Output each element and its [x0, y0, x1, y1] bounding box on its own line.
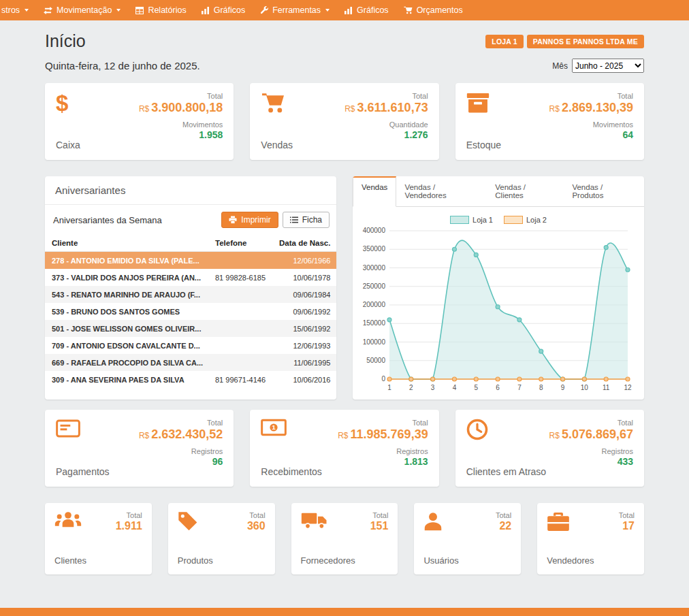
nav-item-relatorios[interactable]: Relatórios — [128, 0, 193, 20]
table-row[interactable]: 539 - BRUNO DOS SANTOS GOMES 09/06/1992 — [45, 303, 336, 320]
recebimentos-card: 1 Recebimentos Total R$11.985.769,39 Reg… — [250, 410, 438, 487]
tab-vendas-produtos[interactable]: Vendas / Produtos — [564, 176, 644, 206]
total-label: Total — [139, 92, 223, 100]
table-row[interactable]: 278 - ANTONIO EMIDIO DA SILVA (PALE... 1… — [45, 252, 336, 270]
clock-icon — [466, 419, 488, 440]
nav-item-label: stros — [1, 5, 20, 15]
cart-icon — [404, 6, 413, 14]
column-header-telefone: Telefone — [208, 235, 272, 252]
top-navbar: stros Movimentação Relatórios Gráficos F… — [0, 0, 689, 20]
table-row[interactable]: 373 - VALDIR DOS ANJOS PEREIRA (AN... 81… — [45, 269, 336, 286]
fornecedores-card: Total 151 Fornecedores — [291, 503, 398, 574]
count-label: Quantidade — [344, 120, 428, 129]
tab-vendas-clientes[interactable]: Vendas / Clientes — [487, 176, 564, 206]
svg-text:150000: 150000 — [363, 319, 386, 327]
nav-item-graficos-1[interactable]: Gráficos — [194, 0, 253, 20]
pagamentos-card: Pagamentos Total R$2.632.430,52 Registro… — [45, 410, 234, 487]
ficha-button[interactable]: Ficha — [283, 212, 330, 228]
month-select[interactable]: Junho - 2025 — [572, 59, 644, 73]
count-value: 22 — [496, 520, 511, 532]
svg-text:50000: 50000 — [366, 357, 385, 364]
nav-item-label: Ferramentas — [272, 5, 321, 15]
birth-cell: 15/06/1992 — [272, 320, 336, 337]
svg-text:100000: 100000 — [363, 338, 386, 346]
nav-item-orcamentos[interactable]: Orçamentos — [396, 0, 470, 20]
count-value: 64 — [549, 129, 633, 140]
count-value: 17 — [619, 520, 635, 532]
nav-item-label: Gráficos — [214, 5, 246, 15]
tab-vendas[interactable]: Vendas — [353, 176, 396, 207]
client-cell: 543 - RENATO MARINHO DE ARAUJO (F... — [45, 286, 208, 303]
table-row[interactable]: 543 - RENATO MARINHO DE ARAUJO (F... 09/… — [45, 286, 336, 303]
client-cell: 539 - BRUNO DOS SANTOS GOMES — [45, 303, 208, 320]
exchange-icon — [44, 7, 52, 14]
tab-vendas-vendedores[interactable]: Vendas / Vendedores — [396, 176, 487, 206]
phone-cell — [208, 337, 272, 354]
svg-text:1: 1 — [387, 384, 391, 391]
table-row[interactable]: 309 - ANA SEVERINA PAES DA SILVA 81 9967… — [45, 371, 336, 388]
client-cell: 501 - JOSE WELISSON GOMES OLIVEIR... — [45, 320, 208, 337]
legend-label: Loja 1 — [472, 216, 493, 224]
legend-item-loja1: Loja 1 — [450, 216, 493, 224]
card-label: Usuários — [423, 555, 458, 566]
birth-cell: 12/06/1966 — [272, 252, 336, 270]
card-label: Vendedores — [547, 555, 594, 566]
birth-cell: 10/06/1978 — [272, 269, 336, 286]
print-button[interactable]: Imprimir — [221, 212, 278, 228]
total-value: R$3.900.800,18 — [139, 101, 223, 115]
group-icon — [54, 511, 82, 528]
total-label: Total — [370, 511, 389, 519]
card-label: Recebimentos — [261, 466, 322, 477]
svg-text:350000: 350000 — [363, 245, 386, 253]
printer-icon — [229, 216, 237, 224]
credit-card-icon — [56, 419, 80, 438]
count-value: 151 — [370, 520, 389, 532]
count-value: 433 — [549, 456, 633, 467]
count-label: Registros — [338, 447, 428, 455]
card-label: Clientes — [54, 555, 86, 566]
clientes-atraso-card: Clientes em Atraso Total R$5.076.869,67 … — [455, 410, 644, 487]
total-label: Total — [549, 419, 633, 427]
svg-text:3: 3 — [431, 384, 435, 391]
archive-icon — [466, 92, 490, 113]
table-row[interactable]: 501 - JOSE WELISSON GOMES OLIVEIR... 15/… — [45, 320, 336, 337]
svg-text:0: 0 — [381, 375, 385, 383]
table-icon — [135, 7, 144, 14]
ficha-button-label: Ficha — [302, 215, 322, 225]
svg-text:4: 4 — [453, 384, 457, 391]
table-row[interactable]: 709 - ANTONIO EDSON CAVALCANTE D... 12/0… — [45, 337, 336, 354]
count-label: Movimentos — [139, 120, 223, 129]
svg-text:200000: 200000 — [363, 301, 386, 308]
svg-text:8: 8 — [539, 384, 543, 391]
phone-cell — [208, 303, 272, 320]
nav-item-cadastros[interactable]: stros — [0, 0, 36, 20]
current-date: Quinta-feira, 12 de junho de 2025. — [45, 60, 200, 71]
card-label: Produtos — [178, 555, 213, 566]
phone-cell: 81 99671-4146 — [208, 371, 272, 388]
wrench-icon — [260, 6, 268, 14]
total-label: Total — [496, 511, 511, 519]
total-label: Total — [344, 92, 428, 100]
birth-cell: 11/06/1995 — [272, 354, 336, 371]
money-bill-icon: 1 — [261, 419, 287, 436]
footer-bar — [0, 608, 689, 616]
chevron-down-icon — [116, 9, 121, 12]
total-label: Total — [549, 92, 633, 100]
birth-cell: 09/06/1984 — [272, 286, 336, 303]
svg-text:250000: 250000 — [363, 282, 386, 290]
birthdays-title: Aniversariantes — [45, 176, 336, 205]
clientes-card: Total 1.911 Clientes — [45, 503, 152, 574]
cart-icon — [261, 92, 285, 114]
page-title: Início — [45, 31, 86, 51]
client-cell: 669 - RAFAELA PROCOPIO DA SILVA CA... — [45, 354, 208, 371]
count-label: Registros — [549, 447, 633, 455]
svg-text:6: 6 — [496, 384, 500, 391]
svg-text:12: 12 — [624, 384, 632, 391]
svg-text:7: 7 — [517, 384, 522, 391]
nav-item-ferramentas[interactable]: Ferramentas — [253, 0, 337, 20]
nav-item-graficos-2[interactable]: Gráficos — [337, 0, 396, 20]
count-label: Movimentos — [549, 120, 633, 129]
table-row[interactable]: 669 - RAFAELA PROCOPIO DA SILVA CA... 11… — [45, 354, 336, 371]
briefcase-icon — [547, 511, 570, 532]
nav-item-movimentacao[interactable]: Movimentação — [36, 0, 128, 20]
